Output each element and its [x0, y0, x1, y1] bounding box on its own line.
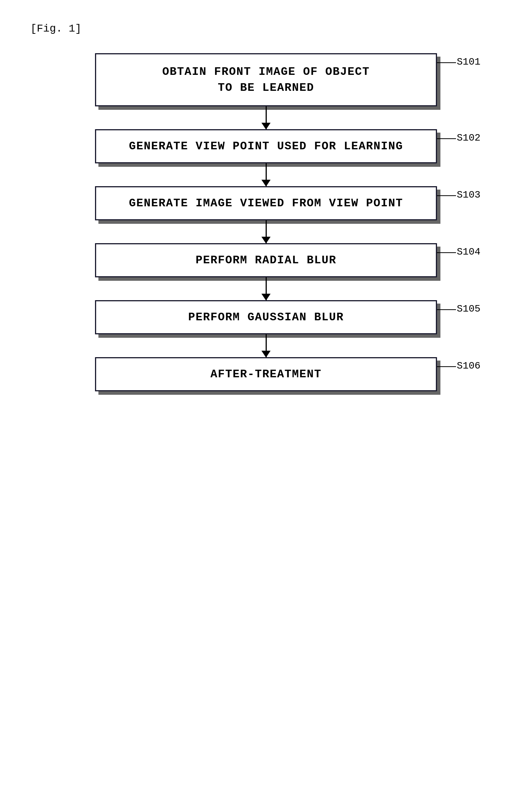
arrow-s104-s105	[266, 277, 267, 300]
arrow-s105-s106	[266, 334, 267, 357]
step-s106-box: AFTER-TREATMENT	[95, 357, 437, 391]
step-s106-label: S106	[433, 361, 467, 372]
step-s104-box: PERFORM RADIAL BLUR	[95, 243, 437, 277]
step-s103-row: GENERATE IMAGE VIEWED FROM VIEW POINT S1…	[30, 186, 502, 220]
step-s104-text: PERFORM RADIAL BLUR	[196, 254, 337, 267]
step-s102-row: GENERATE VIEW POINT USED FOR LEARNING S1…	[30, 129, 502, 163]
step-s101-box: OBTAIN FRONT IMAGE OF OBJECTTO BE LEARNE…	[95, 53, 437, 106]
arrow-s102-s103	[266, 163, 267, 186]
step-s106-wrapper: AFTER-TREATMENT S106	[30, 357, 502, 391]
step-s103-wrapper: GENERATE IMAGE VIEWED FROM VIEW POINT S1…	[30, 186, 502, 243]
step-s105-row: PERFORM GAUSSIAN BLUR S105	[30, 300, 502, 334]
step-s104-label: S104	[433, 247, 467, 258]
arrow-s103-s104	[266, 220, 267, 243]
step-s106-row: AFTER-TREATMENT S106	[30, 357, 502, 391]
step-s102-label: S102	[433, 133, 467, 144]
step-s105-label: S105	[433, 304, 467, 315]
step-s101-wrapper: OBTAIN FRONT IMAGE OF OBJECTTO BE LEARNE…	[30, 53, 502, 129]
figure-label: [Fig. 1]	[30, 23, 81, 35]
step-s103-label: S103	[433, 190, 467, 201]
step-s105-wrapper: PERFORM GAUSSIAN BLUR S105	[30, 300, 502, 357]
step-s102-box: GENERATE VIEW POINT USED FOR LEARNING	[95, 129, 437, 163]
step-s103-box: GENERATE IMAGE VIEWED FROM VIEW POINT	[95, 186, 437, 220]
step-s102-text: GENERATE VIEW POINT USED FOR LEARNING	[129, 140, 403, 153]
step-s106-text: AFTER-TREATMENT	[211, 368, 322, 381]
step-s105-box: PERFORM GAUSSIAN BLUR	[95, 300, 437, 334]
step-s103-text: GENERATE IMAGE VIEWED FROM VIEW POINT	[129, 197, 403, 210]
step-s101-label: S101	[433, 57, 467, 68]
step-s104-row: PERFORM RADIAL BLUR S104	[30, 243, 502, 277]
step-s104-wrapper: PERFORM RADIAL BLUR S104	[30, 243, 502, 300]
flowchart: OBTAIN FRONT IMAGE OF OBJECTTO BE LEARNE…	[30, 53, 502, 391]
step-s101-text: OBTAIN FRONT IMAGE OF OBJECTTO BE LEARNE…	[162, 64, 370, 96]
page: [Fig. 1] OBTAIN FRONT IMAGE OF OBJECTTO …	[0, 0, 532, 788]
arrow-s101-s102	[266, 106, 267, 129]
step-s102-wrapper: GENERATE VIEW POINT USED FOR LEARNING S1…	[30, 129, 502, 186]
step-s101-row: OBTAIN FRONT IMAGE OF OBJECTTO BE LEARNE…	[30, 53, 502, 106]
step-s105-text: PERFORM GAUSSIAN BLUR	[188, 311, 344, 324]
